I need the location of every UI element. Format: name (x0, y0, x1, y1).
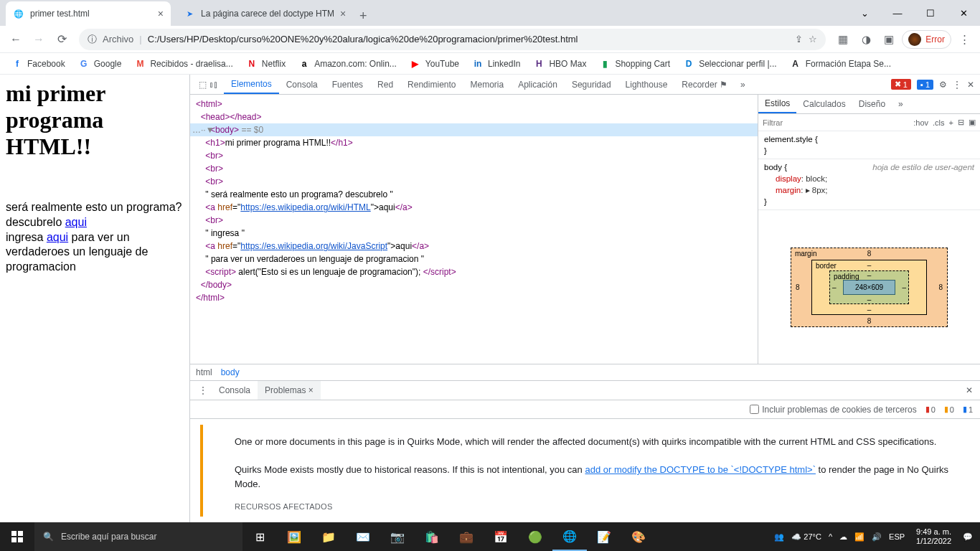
close-icon[interactable]: × (158, 8, 164, 19)
tab-estilos[interactable]: Estilos (758, 95, 796, 113)
spotify-icon[interactable]: 🟢 (518, 522, 552, 551)
volume-icon[interactable]: 🔊 (872, 532, 882, 542)
app-icon[interactable]: 📅 (484, 522, 518, 551)
profile-error-chip[interactable]: Error (902, 30, 951, 49)
bookmark-item[interactable]: fFacebook (6, 55, 71, 72)
style-rule[interactable]: body {hoja de estilo de user-agent displ… (758, 159, 980, 210)
info-badge[interactable]: ▪ 1 (917, 80, 933, 90)
back-button[interactable]: ← (6, 29, 26, 50)
bookmark-item[interactable]: DSeleccionar perfil |... (677, 55, 783, 72)
tab-consola[interactable]: Consola (212, 381, 258, 400)
url-bar[interactable]: ⓘ Archivo | C:/Users/HP/Desktop/curso%20… (79, 29, 826, 50)
cookie-checkbox[interactable]: Incluir problemas de cookies de terceros (750, 405, 916, 415)
extension-icon[interactable]: ◑ (856, 29, 876, 50)
cls-toggle[interactable]: .cls (933, 118, 945, 127)
new-tab-button[interactable]: + (353, 6, 373, 26)
tab-diseno[interactable]: Diseño (852, 95, 892, 113)
sublime-icon[interactable]: 📝 (587, 522, 621, 551)
panel-icon[interactable]: ▣ (969, 118, 976, 127)
people-icon[interactable]: 👥 (774, 532, 784, 542)
star-icon[interactable]: ☆ (809, 34, 817, 44)
lang-indicator[interactable]: ESP (889, 532, 905, 541)
bookmark-item[interactable]: aAmazon.com: Onlin... (293, 55, 402, 72)
devtools-tab[interactable]: Recorder ⚑ (674, 75, 735, 94)
chrome-icon[interactable]: 🌐 (552, 522, 587, 551)
crumb-html[interactable]: html (196, 367, 212, 377)
close-window-button[interactable]: ✕ (947, 0, 980, 26)
bookmark-item[interactable]: ▶YouTube (404, 55, 465, 72)
explorer-icon[interactable]: 📁 (311, 522, 346, 551)
notifications-icon[interactable]: 💬 (963, 532, 973, 542)
minimize-button[interactable]: — (881, 0, 914, 26)
tab-problemas[interactable]: Problemas × (258, 381, 321, 400)
devtools-tab[interactable]: Red (370, 75, 400, 94)
inspect-icon[interactable]: ⬚ (199, 80, 207, 90)
share-icon[interactable]: ⇪ (795, 34, 803, 44)
windows-taskbar: 🔍 Escribe aquí para buscar ⊞ 🖼️ 📁 ✉️ 📷 🛍… (0, 522, 980, 551)
onedrive-icon[interactable]: ☁ (839, 532, 847, 542)
devtools-tab[interactable]: Consola (279, 75, 325, 94)
bookmark-item[interactable]: AFormación Etapa Se... (784, 55, 897, 72)
app-icon[interactable]: 🖼️ (277, 522, 311, 551)
app-icon[interactable]: 🛍️ (415, 522, 449, 551)
quirks-issue[interactable]: One or more documents in this page is in… (200, 425, 970, 517)
chevron-up-icon[interactable]: ^ (829, 532, 832, 541)
more-tabs-icon[interactable]: » (736, 80, 750, 90)
devtools-tab[interactable]: Elementos (224, 75, 279, 94)
wifi-icon[interactable]: 📶 (854, 532, 864, 542)
error-label: Error (925, 34, 945, 44)
paint-icon[interactable]: 🎨 (621, 522, 656, 551)
tab-active[interactable]: 🌐 primer test.html × (6, 1, 171, 26)
device-icon[interactable]: ⫾⫿ (209, 80, 218, 90)
crumb-body[interactable]: body (221, 367, 240, 377)
bookmark-item[interactable]: GGoogle (72, 55, 128, 72)
filter-input[interactable] (763, 118, 909, 127)
extension-icon[interactable]: ▦ (833, 29, 853, 50)
plus-icon[interactable]: + (949, 118, 953, 127)
bookmark-item[interactable]: MRecibidos - draelisa... (128, 55, 238, 72)
menu-icon[interactable]: ⋮ (953, 80, 961, 90)
reload-button[interactable]: ⟳ (52, 29, 72, 50)
devtools-tab[interactable]: Rendimiento (400, 75, 463, 94)
bookmark-item[interactable]: ▮Shopping Cart (593, 55, 676, 72)
start-button[interactable] (0, 522, 34, 551)
pin-icon[interactable]: ⊟ (958, 118, 964, 127)
drawer-menu-icon[interactable]: ⋮ (194, 385, 212, 395)
link-aqui[interactable]: aqui (47, 231, 68, 243)
devtools-tab[interactable]: Memoria (463, 75, 511, 94)
hov-toggle[interactable]: :hov (913, 118, 928, 127)
extension-icon[interactable]: ▣ (879, 29, 899, 50)
bookmark-item[interactable]: HHBO Max (527, 55, 592, 72)
mail-icon[interactable]: ✉️ (346, 522, 380, 551)
app-icon[interactable]: 📷 (380, 522, 415, 551)
link-aqui[interactable]: aqui (65, 216, 87, 228)
gear-icon[interactable]: ⚙ (939, 80, 947, 90)
doctype-link[interactable]: add or modify the DOCTYPE to be `<!DOCTY… (585, 464, 816, 475)
taskview-icon[interactable]: ⊞ (242, 522, 277, 551)
bookmark-item[interactable]: inLinkedIn (466, 55, 526, 72)
menu-icon[interactable]: ⋮ (954, 29, 974, 50)
box-model[interactable]: margin 8 8 8 8 border – – padding – (758, 210, 980, 364)
chevron-down-icon[interactable]: ⌄ (848, 0, 881, 26)
close-icon[interactable]: ✕ (967, 80, 974, 90)
taskbar-search[interactable]: 🔍 Escribe aquí para buscar (34, 522, 242, 551)
error-badge[interactable]: ✖ 1 (891, 79, 911, 90)
style-rule[interactable]: element.style { } (758, 131, 980, 159)
close-icon[interactable]: × (340, 8, 346, 19)
forward-button[interactable]: → (29, 29, 49, 50)
close-icon[interactable]: ✕ (958, 385, 980, 395)
devtools-tab[interactable]: Fuentes (325, 75, 370, 94)
tab-calculados[interactable]: Calculados (796, 95, 852, 113)
tab-inactive[interactable]: ➤ La página carece del doctype HTM × (176, 1, 353, 26)
dom-tree[interactable]: <html> <head></head> <body> == $0 <h1>mi… (190, 95, 758, 364)
bookmark-item[interactable]: NNetflix (240, 55, 291, 72)
app-icon[interactable]: 💼 (449, 522, 484, 551)
devtools-tab[interactable]: Lighthouse (618, 75, 675, 94)
more-icon[interactable]: » (892, 95, 910, 113)
clock[interactable]: 9:49 a. m. 1/12/2022 (912, 527, 956, 546)
devtools-tab[interactable]: Seguridad (565, 75, 618, 94)
devtools-tab[interactable]: Aplicación (511, 75, 565, 94)
dom-breadcrumbs[interactable]: html body (190, 364, 980, 380)
maximize-button[interactable]: ☐ (914, 0, 947, 26)
weather-icon[interactable]: ☁️ 27°C (791, 532, 821, 542)
